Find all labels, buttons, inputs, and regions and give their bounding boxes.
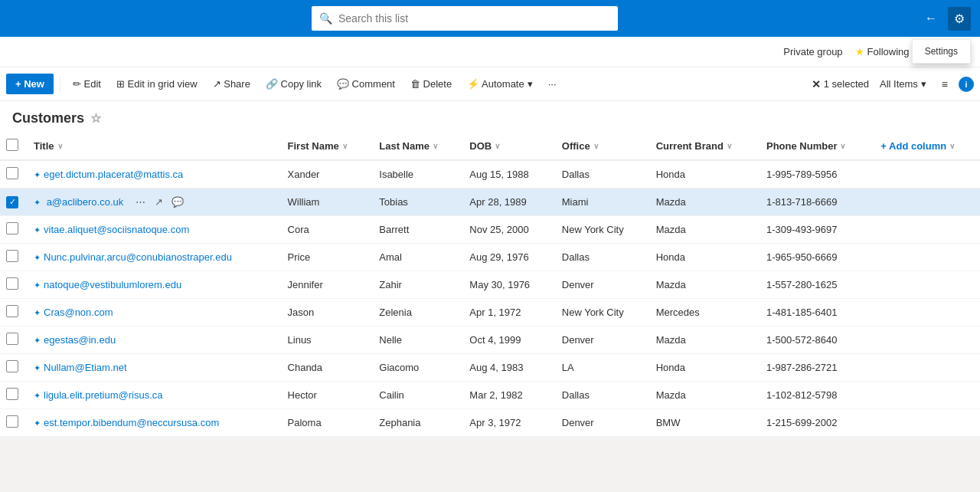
table-row[interactable]: ✦est.tempor.bibendum@neccursusa.comPalom…	[0, 409, 980, 437]
row-title-link[interactable]: eget.dictum.placerat@mattis.ca	[44, 169, 183, 180]
row-checkbox[interactable]	[6, 250, 18, 262]
col-current-brand-label: Current Brand	[656, 140, 724, 152]
toolbar-right: ✕ 1 selected All Items ▾ ≡ i	[812, 75, 974, 93]
delete-button[interactable]: 🗑 Delete	[404, 74, 458, 94]
row-checkbox[interactable]	[6, 167, 18, 179]
row-last-name-cell: Zephania	[370, 409, 460, 437]
row-checkbox-cell[interactable]	[0, 326, 24, 354]
row-checkbox-cell[interactable]	[0, 271, 24, 299]
table-row[interactable]: ✦Cras@non.comJasonZeleniaApr 1, 1972New …	[0, 299, 980, 326]
row-title-link[interactable]: Nullam@Etiam.net	[44, 362, 127, 373]
row-title-cell: ✦est.tempor.bibendum@neccursusa.com	[24, 409, 279, 437]
edit-grid-button[interactable]: ⊞ Edit in grid view	[110, 74, 204, 94]
copy-link-button[interactable]: 🔗 Copy link	[260, 74, 328, 94]
row-title-link[interactable]: egestas@in.edu	[44, 334, 116, 346]
table-row[interactable]: ✓ ✦ a@aclibero.co.uk ⋯ ↗ 💬 WilliamTobias…	[0, 189, 980, 216]
row-comment-button[interactable]: 💬	[168, 195, 187, 209]
search-input[interactable]	[338, 12, 610, 25]
private-group-item[interactable]: Private group	[783, 46, 842, 57]
col-phone-number[interactable]: Phone Number ∨	[757, 133, 871, 160]
table-row[interactable]: ✦vitae.aliquet@sociisnatoque.comCoraBarr…	[0, 216, 980, 244]
row-title-cell: ✦Cras@non.com	[24, 299, 279, 326]
row-checkbox-cell[interactable]	[0, 354, 24, 382]
row-phone-cell: 1-500-572-8640	[757, 326, 871, 354]
col-last-name[interactable]: Last Name ∨	[370, 133, 460, 160]
row-checkbox[interactable]	[6, 360, 18, 372]
edit-button[interactable]: ✏ Edit	[67, 74, 107, 94]
row-title-link[interactable]: natoque@vestibulumlorem.edu	[44, 279, 181, 290]
add-column-label: + Add column	[880, 140, 946, 152]
table-row[interactable]: ✦natoque@vestibulumlorem.eduJenniferZahi…	[0, 271, 980, 299]
col-office-label: Office	[562, 140, 590, 152]
deselect-button[interactable]: ✕	[812, 78, 821, 90]
row-brand-cell: Mazda	[647, 216, 757, 244]
all-items-button[interactable]: All Items ▾	[875, 75, 931, 93]
row-checkbox[interactable]	[6, 388, 18, 400]
row-checkbox[interactable]	[6, 222, 18, 235]
row-menu-button[interactable]: ⋯	[132, 195, 149, 209]
row-dob-cell: Mar 2, 1982	[460, 382, 552, 409]
row-first-name-cell: Price	[279, 244, 371, 271]
row-checkbox-cell[interactable]	[0, 299, 24, 326]
row-brand-cell: Honda	[647, 160, 757, 189]
row-checkbox[interactable]	[6, 305, 18, 317]
new-button[interactable]: + New	[6, 74, 54, 94]
row-first-name-cell: Hector	[279, 382, 371, 409]
table-row[interactable]: ✦egestas@in.eduLinusNelleOct 4, 1999Denv…	[0, 326, 980, 354]
row-title-link[interactable]: est.tempor.bibendum@neccursusa.com	[44, 417, 219, 428]
row-share-button[interactable]: ↗	[152, 195, 166, 209]
row-last-name-cell: Barrett	[370, 216, 460, 244]
col-phone-number-label: Phone Number	[766, 140, 837, 152]
row-first-name-cell: Jason	[279, 299, 371, 326]
settings-button[interactable]: ⚙	[948, 7, 971, 31]
select-all-checkbox[interactable]	[6, 139, 18, 151]
table-row[interactable]: ✦ligula.elit.pretium@risus.caHectorCaili…	[0, 382, 980, 409]
select-all-col[interactable]	[0, 133, 24, 160]
col-title[interactable]: Title ∨	[24, 133, 279, 160]
row-title-cell: ✦ligula.elit.pretium@risus.ca	[24, 382, 279, 409]
col-current-brand[interactable]: Current Brand ∨	[647, 133, 757, 160]
row-checkbox-cell[interactable]	[0, 216, 24, 244]
row-checkbox-cell[interactable]	[0, 409, 24, 437]
more-button[interactable]: ···	[542, 74, 563, 94]
first-name-sort-icon: ∨	[342, 142, 348, 150]
table-body: ✦eget.dictum.placerat@mattis.caXanderIsa…	[0, 160, 980, 437]
row-checkbox[interactable]	[6, 333, 18, 345]
row-first-name-cell: Paloma	[279, 409, 371, 437]
row-checkbox-cell[interactable]	[0, 382, 24, 409]
row-title-link[interactable]: a@aclibero.co.uk	[47, 196, 124, 208]
row-title-link[interactable]: ligula.elit.pretium@risus.ca	[44, 389, 163, 401]
automate-label: ⚡ Automate	[467, 78, 524, 90]
back-button[interactable]: ←	[920, 8, 942, 28]
following-item[interactable]: ★ Following	[855, 46, 910, 57]
favorite-star-icon[interactable]: ☆	[90, 111, 101, 126]
row-add-col-cell	[871, 326, 980, 354]
row-expand-icon: ✦	[34, 363, 41, 372]
col-dob-label: DOB	[469, 140, 492, 152]
row-first-name-cell: Chanda	[279, 354, 371, 382]
col-office[interactable]: Office ∨	[553, 133, 647, 160]
row-checkbox-cell[interactable]	[0, 160, 24, 189]
row-checkbox-cell[interactable]: ✓	[0, 189, 24, 216]
col-add-column[interactable]: + Add column ∨	[871, 133, 980, 160]
row-phone-cell: 1-987-286-2721	[757, 354, 871, 382]
row-checkbox[interactable]	[6, 277, 18, 290]
row-checkbox[interactable]: ✓	[6, 196, 18, 208]
table-row[interactable]: ✦Nullam@Etiam.netChandaGiacomoAug 4, 198…	[0, 354, 980, 382]
row-checkbox[interactable]	[6, 415, 18, 428]
row-title-link[interactable]: Cras@non.com	[44, 307, 113, 318]
row-add-col-cell	[871, 160, 980, 189]
col-dob[interactable]: DOB ∨	[460, 133, 552, 160]
table-row[interactable]: ✦Nunc.pulvinar.arcu@conubianostraper.edu…	[0, 244, 980, 271]
filter-button[interactable]: ≡	[937, 75, 952, 93]
row-checkbox-cell[interactable]	[0, 244, 24, 271]
row-title-link[interactable]: vitae.aliquet@sociisnatoque.com	[44, 224, 189, 235]
share-button[interactable]: ↗ Share	[207, 74, 256, 94]
col-first-name[interactable]: First Name ∨	[279, 133, 371, 160]
row-dob-cell: Apr 28, 1989	[460, 189, 552, 216]
table-row[interactable]: ✦eget.dictum.placerat@mattis.caXanderIsa…	[0, 160, 980, 189]
comment-button[interactable]: 💬 Comment	[331, 74, 401, 94]
info-button[interactable]: i	[959, 77, 974, 92]
automate-button[interactable]: ⚡ Automate ▾	[461, 74, 539, 94]
row-title-link[interactable]: Nunc.pulvinar.arcu@conubianostraper.edu	[44, 251, 232, 263]
